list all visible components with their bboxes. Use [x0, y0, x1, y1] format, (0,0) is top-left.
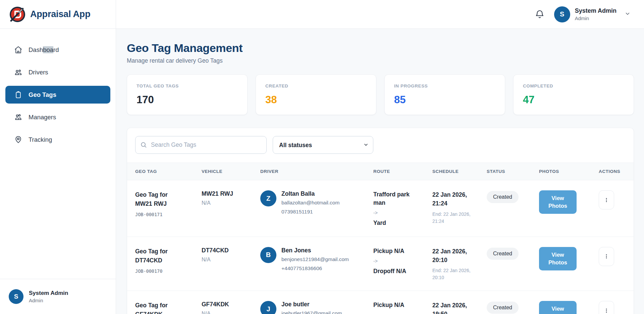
column-header-driver: DRIVER	[260, 169, 373, 174]
kebab-menu-icon	[604, 197, 609, 203]
sidebar-item-tracking[interactable]: Tracking	[5, 131, 110, 148]
driver-cell: J Joe butler joebutler1967@gmail.com +44…	[260, 301, 373, 314]
driver-name: Zoltan Balla	[281, 190, 339, 197]
route-cell: Pickup N/A -> Dropoff N/A	[373, 247, 419, 275]
photos-cell: View Photos	[539, 247, 599, 270]
stat-value: 170	[137, 94, 238, 106]
geo-tag-cell: Geo Tag for DT74CKD JOB-000170	[127, 247, 202, 274]
job-id: JOB-000170	[135, 268, 202, 274]
sidebar-item-dashboard[interactable]: Dashboard	[5, 41, 110, 59]
photos-cell: View Photos	[539, 301, 599, 314]
chevron-down-icon	[625, 11, 631, 18]
stats-row: TOTAL GEO TAGS 170 CREATED 38 IN PROGRES…	[127, 74, 634, 115]
main-content: Geo Tag Management Manage rental car del…	[116, 0, 644, 314]
geo-tag-title: Geo Tag for DT74CKD	[135, 247, 180, 265]
vehicle-reg: MW21 RWJ	[202, 190, 260, 197]
driver-cell: B Ben Jones benjones121984@gmail.com +44…	[260, 247, 373, 272]
status-filter-wrap: All statuses	[273, 136, 373, 154]
sidebar-item-managers[interactable]: Managers	[5, 108, 110, 126]
column-header-geo-tag: GEO TAG	[127, 169, 202, 174]
route-from: Pickup N/A	[373, 301, 419, 309]
table-row: Geo Tag for DT74CKD JOB-000170 DT74CKD N…	[127, 237, 634, 291]
avatar: B	[260, 247, 276, 263]
schedule-start: 22 Jan 2026, 19:50	[432, 301, 471, 314]
geo-tags-table-card: All statuses GEO TAG VEHICLE DRIVER ROUT…	[127, 128, 634, 314]
schedule-start: 22 Jan 2026, 21:24	[432, 190, 471, 208]
row-actions-button[interactable]	[599, 247, 614, 266]
table-row: Geo Tag for MW21 RWJ JOB-000171 MW21 RWJ…	[127, 180, 634, 237]
avatar: J	[260, 301, 276, 314]
stat-label: IN PROGRESS	[394, 83, 495, 88]
vehicle-cell: DT74CKD N/A	[202, 247, 260, 263]
route-cell: Trafford park man -> Yard	[373, 190, 419, 227]
vehicle-cell: MW21 RWJ N/A	[202, 190, 260, 206]
app-logo-row: Appraisal App	[0, 0, 116, 29]
stat-value: 38	[265, 94, 367, 106]
page-subtitle: Manage rental car delivery Geo Tags	[127, 57, 634, 64]
driver-cell: Z Zoltan Balla ballazoltan@hotmail.com 0…	[260, 190, 373, 216]
search-icon	[140, 141, 147, 148]
kebab-menu-icon	[604, 254, 609, 259]
managers-icon	[14, 113, 22, 121]
page-title: Geo Tag Management	[127, 42, 634, 55]
search-input[interactable]	[135, 136, 267, 154]
column-header-vehicle: VEHICLE	[202, 169, 260, 174]
status-badge: Created	[487, 191, 519, 203]
avatar: S	[9, 289, 23, 304]
route-from: Pickup N/A	[373, 247, 419, 255]
geo-tag-title: Geo Tag for GF74KDK	[135, 301, 180, 314]
avatar: Z	[260, 190, 276, 206]
stat-label: TOTAL GEO TAGS	[137, 83, 238, 88]
sidebar-item-drivers[interactable]: Drivers	[5, 63, 110, 81]
geo-tags-table: GEO TAG VEHICLE DRIVER ROUTE SCHEDULE ST…	[127, 163, 634, 314]
route-arrow: ->	[373, 210, 419, 215]
view-photos-button[interactable]: View Photos	[539, 190, 577, 214]
driver-phone: 07398151191	[281, 208, 339, 215]
sidebar-user-name: System Admin	[29, 290, 68, 297]
actions-cell	[599, 190, 634, 209]
stat-label: CREATED	[265, 83, 367, 88]
photos-cell: View Photos	[539, 190, 599, 214]
view-photos-button[interactable]: View Photos	[539, 301, 577, 314]
column-header-status: STATUS	[487, 169, 539, 174]
drivers-icon	[14, 68, 22, 76]
clipboard-icon	[14, 90, 22, 99]
sidebar-item-geo-tags[interactable]: Geo Tags	[5, 86, 110, 104]
sidebar-item-label: Managers	[29, 114, 56, 121]
row-actions-button[interactable]	[599, 190, 614, 209]
column-header-actions: ACTIONS	[599, 169, 634, 174]
schedule-end: End: 22 Jan 2026, 21:24	[432, 211, 471, 225]
sidebar: Appraisal App Dashboard Drivers Geo Tags…	[0, 0, 116, 314]
route-from: Trafford park man	[373, 190, 419, 207]
sidebar-item-label: Dashboard	[29, 46, 59, 54]
notifications-bell-icon[interactable]	[535, 9, 545, 19]
column-header-photos: PHOTOS	[539, 169, 599, 174]
column-header-route: ROUTE	[373, 169, 432, 174]
stat-value: 85	[394, 94, 495, 106]
status-cell: Created	[487, 190, 539, 203]
status-filter-select[interactable]: All statuses	[273, 136, 373, 154]
actions-cell	[599, 301, 634, 314]
geo-tag-cell: Geo Tag for MW21 RWJ JOB-000171	[127, 190, 202, 217]
sidebar-user-role: Admin	[29, 298, 68, 303]
app-logo-icon	[9, 6, 25, 22]
avatar: S	[554, 6, 570, 22]
schedule-start: 22 Jan 2026, 20:10	[432, 247, 471, 265]
status-badge: Created	[487, 302, 519, 314]
view-photos-button[interactable]: View Photos	[539, 247, 577, 270]
route-to: Dropoff N/A	[373, 267, 419, 275]
route-arrow: ->	[373, 258, 419, 264]
vehicle-reg: DT74CKD	[202, 247, 260, 254]
sidebar-nav: Dashboard Drivers Geo Tags Managers Trac…	[0, 29, 116, 148]
schedule-cell: 22 Jan 2026, 20:10 End: 22 Jan 2026, 20:…	[432, 247, 487, 281]
user-menu[interactable]: S System Admin Admin	[554, 6, 631, 22]
header-user-role: Admin	[575, 15, 616, 21]
actions-cell	[599, 247, 634, 266]
kebab-menu-icon	[604, 308, 609, 313]
status-cell: Created	[487, 247, 539, 260]
sidebar-user-card[interactable]: S System Admin Admin	[0, 279, 116, 314]
table-row: Geo Tag for GF74KDK JOB-000169 GF74KDK N…	[127, 291, 634, 314]
status-badge: Created	[487, 248, 519, 260]
driver-name: Joe butler	[281, 301, 342, 308]
row-actions-button[interactable]	[599, 301, 614, 314]
